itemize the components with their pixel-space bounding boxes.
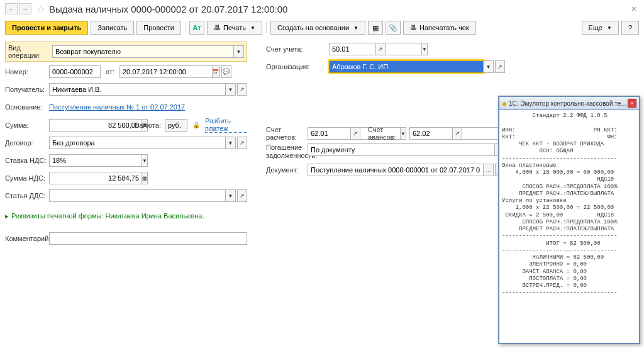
- basis-label: Основание:: [5, 103, 49, 111]
- basis-link[interactable]: Поступление наличных № 1 от 02.07.2017: [49, 103, 185, 111]
- org-open-button[interactable]: ↗: [495, 60, 505, 73]
- vat-sum-input[interactable]: [49, 172, 142, 184]
- vat-rate-dropdown[interactable]: ▼: [142, 154, 148, 167]
- op-type-dropdown[interactable]: ▼: [234, 45, 244, 58]
- app-icon: ◆: [502, 100, 507, 107]
- close-button[interactable]: ×: [629, 4, 639, 14]
- org-input[interactable]: [329, 60, 484, 73]
- split-payment-link[interactable]: Разбить платеж: [205, 117, 247, 133]
- sum-input[interactable]: [49, 119, 142, 132]
- doc-select-button[interactable]: …: [484, 164, 494, 176]
- account-dropdown[interactable]: ▼: [422, 43, 428, 55]
- account-open-button[interactable]: ↗: [375, 43, 386, 55]
- comment-label: Комментарий:: [5, 235, 49, 242]
- vat-rate-input[interactable]: [49, 154, 142, 167]
- save-button[interactable]: Записать: [91, 21, 134, 35]
- from-label: от:: [106, 68, 114, 76]
- lock-icon: 🔒: [192, 121, 200, 128]
- sum-label: Сумма:: [5, 121, 49, 129]
- more-button[interactable]: Еще▼: [582, 21, 619, 35]
- favorite-icon[interactable]: ☆: [36, 3, 45, 15]
- recipient-open-button[interactable]: ↗: [237, 83, 247, 96]
- attach-button[interactable]: 📎: [386, 21, 401, 35]
- advance-label: Счет авансов:: [368, 126, 409, 141]
- doc-input[interactable]: [308, 164, 484, 176]
- movements-button[interactable]: Ат: [189, 21, 204, 35]
- recipient-input[interactable]: [49, 83, 226, 96]
- settle-label: Счет расчетов:: [266, 126, 308, 141]
- separator: [185, 22, 186, 33]
- create-based-button[interactable]: Создать на основании▼: [270, 21, 365, 35]
- contract-dropdown[interactable]: ▼: [226, 137, 236, 149]
- emulator-title: 1С: Эмулятор контрольно-кассовой техники…: [509, 100, 628, 107]
- number-input[interactable]: [49, 65, 101, 78]
- vat-sum-calc-button[interactable]: ▦: [142, 172, 148, 184]
- op-type-label: Вид операции:: [8, 44, 52, 59]
- vat-rate-label: Ставка НДС:: [5, 157, 49, 164]
- printer-icon: 🖶: [214, 24, 221, 31]
- org-dropdown[interactable]: ▼: [484, 60, 494, 73]
- number-label: Номер:: [5, 68, 49, 76]
- emulator-close-button[interactable]: ×: [628, 99, 636, 108]
- dds-input[interactable]: [49, 189, 226, 202]
- recipient-label: Получатель:: [5, 86, 49, 93]
- contract-label: Договор:: [5, 139, 49, 147]
- post-and-close-button[interactable]: Провести и закрыть: [5, 21, 88, 35]
- print-form-link[interactable]: Реквизиты печатной формы: Никитаева Ирин…: [11, 212, 204, 220]
- settle-open-button[interactable]: ↗: [350, 127, 360, 140]
- calendar-button[interactable]: 📅: [213, 65, 220, 78]
- dds-dropdown[interactable]: ▼: [226, 189, 236, 202]
- help-button[interactable]: ?: [621, 21, 639, 35]
- post-button[interactable]: Провести: [136, 21, 181, 35]
- related-button[interactable]: ▦: [368, 21, 383, 35]
- recipient-dropdown[interactable]: ▼: [226, 83, 236, 96]
- receipt-text: Стандарт 2.2 ФФД 1.0.5 ИНН: РН ККТ: ККТ:…: [499, 110, 639, 300]
- dds-open-button[interactable]: ↗: [237, 189, 247, 202]
- nav-back-button[interactable]: ←: [5, 3, 18, 14]
- account-label: Счет учета:: [266, 45, 329, 53]
- comment-input[interactable]: [49, 232, 247, 245]
- org-label: Организация:: [266, 63, 329, 70]
- separator: [266, 22, 267, 33]
- contract-input[interactable]: [49, 137, 226, 149]
- dds-label: Статья ДДС:: [5, 192, 49, 199]
- date-extra-button[interactable]: 💬: [221, 65, 231, 78]
- op-type-input[interactable]: [52, 45, 234, 58]
- doc-label: Документ:: [266, 166, 308, 174]
- debt-input[interactable]: [308, 143, 495, 156]
- currency-input: [165, 119, 187, 132]
- vat-sum-label: Сумма НДС:: [5, 174, 49, 182]
- print-button[interactable]: 🖶Печать▼: [207, 21, 262, 35]
- expand-icon[interactable]: ▸: [5, 212, 9, 220]
- advance-open-button[interactable]: ↗: [452, 127, 462, 140]
- emulator-window: ◆ 1С: Эмулятор контрольно-кассовой техни…: [498, 96, 640, 344]
- nav-forward-button[interactable]: →: [19, 3, 31, 14]
- currency-label: Валюта:: [135, 121, 161, 129]
- receipt-icon: 🖶: [410, 24, 417, 31]
- print-check-button[interactable]: 🖶Напечатать чек: [403, 21, 476, 35]
- debt-label: Погашение задолженности:: [266, 143, 308, 160]
- contract-open-button[interactable]: ↗: [237, 137, 247, 149]
- page-title: Выдача наличных 0000-000002 от 20.07.201…: [49, 4, 629, 14]
- date-input[interactable]: [119, 65, 213, 78]
